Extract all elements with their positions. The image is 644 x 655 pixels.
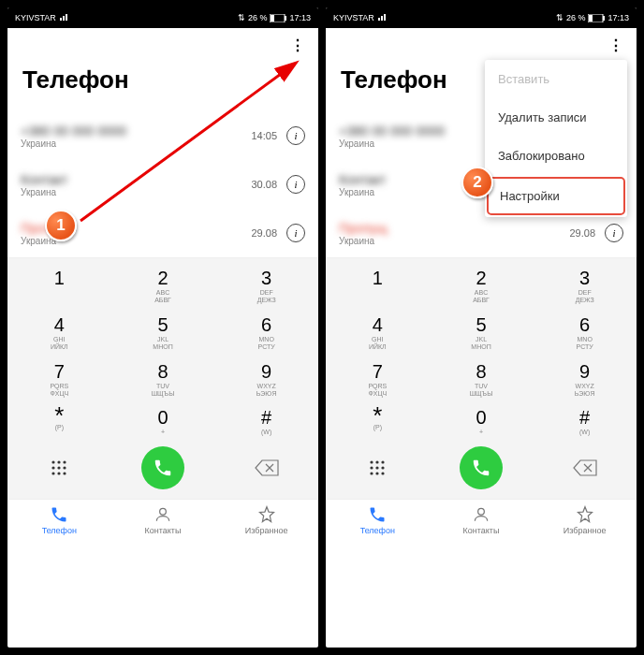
annotation-marker-2: 2 — [461, 167, 493, 198]
bottom-nav: Телефон Контакты Избранное — [7, 499, 318, 543]
key-7[interactable]: 7PQRSФХЦЧ — [7, 357, 111, 404]
backspace-icon[interactable] — [564, 459, 606, 476]
nav-favorites[interactable]: Избранное — [214, 505, 318, 535]
svg-point-21 — [375, 466, 378, 469]
phone-screen-left: KYIVSTAR ⇅26 %17:13 ⋮ Телефон +380 00 00… — [7, 7, 318, 648]
key-1[interactable]: 1 — [326, 264, 430, 311]
svg-rect-15 — [589, 15, 593, 22]
svg-point-19 — [381, 460, 384, 463]
key-5[interactable]: 5JKLМНОП — [430, 311, 534, 357]
key-2[interactable]: 2ABCАБВГ — [111, 264, 215, 311]
svg-point-22 — [381, 466, 384, 469]
keypad-toggle-icon[interactable] — [357, 458, 398, 477]
svg-line-13 — [80, 64, 295, 221]
svg-point-4 — [57, 460, 60, 463]
key-6[interactable]: 6MNOРСТУ — [533, 311, 637, 357]
svg-point-3 — [51, 460, 54, 463]
carrier-label: KYIVSTAR — [15, 13, 56, 22]
key-9[interactable]: 9WXYZЬЭЮЯ — [214, 357, 318, 404]
key-1[interactable]: 1 — [7, 264, 111, 311]
key-3[interactable]: 3DEFДЕЖЗ — [214, 264, 318, 311]
dialpad: 1 2ABCАБВГ3DEFДЕЖЗ 4GHIИЙКЛ5JKLМНОП6MNOР… — [326, 257, 637, 499]
more-menu-button[interactable]: ⋮ — [605, 34, 627, 56]
key-3[interactable]: 3DEFДЕЖЗ — [533, 264, 637, 311]
key-0[interactable]: 0+ — [430, 403, 534, 442]
dialpad: 1 2ABCАБВГ3DEFДЕЖЗ 4GHIИЙКЛ5JKLМНОП6MNOР… — [7, 257, 318, 499]
bottom-nav: Телефон Контакты Избранное — [326, 499, 637, 543]
svg-rect-1 — [271, 15, 274, 22]
menu-blocked[interactable]: Заблокировано — [485, 137, 627, 175]
phone-screen-right: KYIVSTAR ⇅26 %17:13 ⋮ Телефон Вставить У… — [326, 7, 637, 648]
annotation-arrow — [75, 54, 309, 232]
nav-contacts[interactable]: Контакты — [430, 505, 534, 535]
call-button[interactable] — [141, 446, 184, 489]
nav-phone[interactable]: Телефон — [326, 505, 430, 535]
overflow-menu: Вставить Удалить записи Заблокировано На… — [485, 60, 627, 217]
key-star[interactable]: *(P) — [7, 403, 111, 442]
svg-rect-2 — [285, 16, 286, 21]
call-button[interactable] — [460, 446, 503, 489]
svg-rect-16 — [603, 16, 605, 21]
key-8[interactable]: 8TUVШЩЪЫ — [430, 357, 534, 404]
key-2[interactable]: 2ABCАБВГ — [430, 264, 534, 311]
keypad-toggle-icon[interactable] — [38, 458, 80, 477]
status-bar: KYIVSTAR ⇅26 %17:13 — [326, 7, 637, 28]
menu-settings[interactable]: Настройки — [487, 177, 625, 215]
key-4[interactable]: 4GHIИЙКЛ — [326, 311, 430, 357]
annotation-marker-1: 1 — [45, 210, 77, 241]
svg-point-6 — [51, 466, 54, 469]
svg-point-9 — [51, 472, 54, 474]
more-menu-button[interactable]: ⋮ — [286, 34, 309, 56]
svg-point-8 — [63, 466, 66, 469]
key-8[interactable]: 8TUVШЩЪЫ — [111, 357, 215, 404]
svg-point-17 — [370, 460, 373, 463]
battery-label: 26 % — [248, 13, 268, 22]
nav-phone[interactable]: Телефон — [7, 505, 111, 535]
svg-point-26 — [478, 508, 485, 515]
menu-paste[interactable]: Вставить — [485, 60, 627, 98]
svg-point-11 — [63, 472, 66, 474]
info-icon[interactable]: i — [605, 224, 623, 242]
svg-point-18 — [375, 460, 378, 463]
key-6[interactable]: 6MNOРСТУ — [214, 311, 318, 357]
key-7[interactable]: 7PQRSФХЦЧ — [326, 357, 430, 404]
key-5[interactable]: 5JKLМНОП — [111, 311, 215, 357]
key-hash[interactable]: #(W) — [533, 403, 637, 442]
key-0[interactable]: 0+ — [111, 403, 215, 442]
svg-point-24 — [375, 472, 378, 474]
nav-favorites[interactable]: Избранное — [533, 505, 637, 535]
menu-delete-records[interactable]: Удалить записи — [485, 98, 627, 137]
svg-point-5 — [63, 460, 66, 463]
key-hash[interactable]: #(W) — [214, 403, 318, 442]
svg-point-23 — [370, 472, 373, 474]
nav-contacts[interactable]: Контакты — [111, 505, 215, 535]
svg-point-7 — [57, 466, 60, 469]
key-star[interactable]: *(P) — [326, 403, 430, 442]
key-9[interactable]: 9WXYZЬЭЮЯ — [533, 357, 637, 404]
svg-point-10 — [57, 472, 60, 474]
key-4[interactable]: 4GHIИЙКЛ — [7, 311, 111, 357]
svg-point-25 — [381, 472, 384, 474]
status-bar: KYIVSTAR ⇅26 %17:13 — [7, 7, 318, 28]
backspace-icon[interactable] — [246, 459, 287, 476]
svg-point-12 — [160, 508, 167, 515]
svg-point-20 — [370, 466, 373, 469]
time-label: 17:13 — [289, 13, 311, 22]
